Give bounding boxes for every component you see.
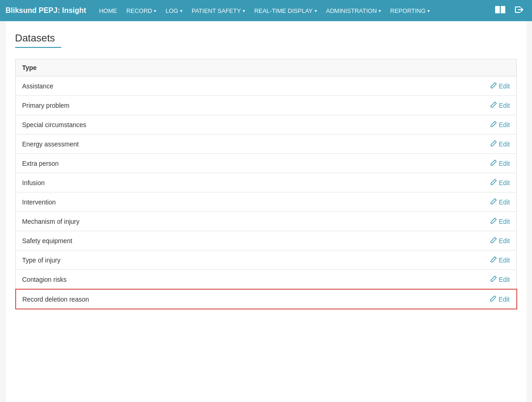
dataset-type-cell: Mechanism of injury: [16, 212, 480, 231]
language-icon[interactable]: [492, 4, 508, 17]
edit-icon: [491, 82, 497, 90]
edit-icon: [491, 159, 497, 167]
edit-cell: Edit: [480, 154, 517, 173]
edit-label: Edit: [499, 179, 510, 186]
edit-cell: Edit: [480, 76, 517, 96]
dataset-type-cell: Assistance: [16, 76, 480, 96]
nav-patient-safety[interactable]: PATIENT SAFETY ▾: [187, 0, 250, 21]
edit-cell: Edit: [480, 192, 517, 212]
nav-reporting[interactable]: REPORTING ▾: [386, 0, 434, 21]
datasets-table: Type Assistance EditPrimary problem Edit…: [15, 59, 517, 309]
svg-rect-0: [495, 6, 500, 13]
edit-icon: [491, 179, 497, 186]
edit-label: Edit: [499, 218, 510, 225]
edit-icon: [491, 121, 497, 128]
edit-cell: Edit: [480, 251, 517, 270]
table-row: Type of injury Edit: [16, 251, 517, 270]
dataset-type-cell: Intervention: [16, 192, 480, 212]
table-row: Mechanism of injury Edit: [16, 212, 517, 231]
app-brand: Bliksund PEPJ: Insight: [6, 6, 86, 15]
top-navigation: Bliksund PEPJ: Insight HOME RECORD ▾ LOG…: [0, 0, 532, 21]
edit-label: Edit: [498, 296, 509, 303]
dataset-type-cell: Extra person: [16, 154, 480, 173]
table-row: Intervention Edit: [16, 192, 517, 212]
edit-button[interactable]: Edit: [491, 179, 510, 186]
chevron-down-icon: ▾: [427, 8, 430, 13]
chevron-down-icon: ▾: [243, 8, 245, 13]
chevron-down-icon: ▾: [379, 8, 381, 13]
dataset-type-cell: Type of injury: [16, 251, 480, 270]
chevron-down-icon: ▾: [180, 8, 182, 13]
edit-button[interactable]: Edit: [491, 159, 510, 167]
edit-cell: Edit: [480, 134, 517, 154]
nav-record[interactable]: RECORD ▾: [122, 0, 161, 21]
table-header-actions: [480, 59, 517, 76]
dataset-type-cell: Infusion: [16, 173, 480, 192]
nav-realtime-display[interactable]: REAL-TIME DISPLAY ▾: [250, 0, 322, 21]
dataset-type-cell: Contagion risks: [16, 270, 480, 290]
chevron-down-icon: ▾: [154, 8, 156, 13]
edit-label: Edit: [499, 121, 510, 128]
edit-button[interactable]: Edit: [491, 256, 510, 264]
edit-button[interactable]: Edit: [491, 82, 510, 90]
table-header-type: Type: [16, 59, 480, 76]
nav-log[interactable]: LOG ▾: [161, 0, 187, 21]
edit-label: Edit: [499, 140, 510, 148]
table-row: Safety equipment Edit: [16, 231, 517, 251]
edit-icon: [491, 140, 497, 148]
page-title: Datasets: [15, 32, 61, 48]
table-row: Primary problem Edit: [16, 96, 517, 115]
edit-icon: [491, 101, 497, 109]
edit-icon: [491, 217, 497, 225]
edit-icon: [491, 275, 497, 283]
edit-button[interactable]: Edit: [491, 275, 510, 283]
edit-label: Edit: [499, 237, 510, 245]
edit-button[interactable]: Edit: [491, 217, 510, 225]
edit-button[interactable]: Edit: [491, 237, 510, 245]
table-row: Special circumstances Edit: [16, 115, 517, 134]
edit-cell: Edit: [480, 231, 517, 251]
edit-label: Edit: [499, 102, 510, 109]
edit-cell: Edit: [480, 173, 517, 192]
edit-icon: [491, 237, 497, 245]
edit-button[interactable]: Edit: [490, 295, 509, 303]
edit-icon: [490, 295, 497, 303]
dataset-type-cell: Primary problem: [16, 96, 480, 115]
table-row: Energy assessment Edit: [16, 134, 517, 154]
dataset-type-cell: Record deletion reason: [16, 289, 480, 309]
edit-label: Edit: [499, 276, 510, 283]
edit-label: Edit: [499, 256, 510, 264]
edit-button[interactable]: Edit: [491, 121, 510, 128]
edit-button[interactable]: Edit: [491, 140, 510, 148]
nav-home[interactable]: HOME: [94, 0, 122, 21]
chevron-down-icon: ▾: [315, 8, 317, 13]
logout-icon[interactable]: [512, 4, 526, 18]
table-row: Infusion Edit: [16, 173, 517, 192]
edit-icon: [491, 198, 497, 206]
table-row: Assistance Edit: [16, 76, 517, 96]
table-row: Contagion risks Edit: [16, 270, 517, 290]
edit-button[interactable]: Edit: [491, 101, 510, 109]
nav-right-actions: [492, 4, 526, 18]
dataset-type-cell: Safety equipment: [16, 231, 480, 251]
dataset-type-cell: Special circumstances: [16, 115, 480, 134]
svg-rect-1: [501, 6, 505, 13]
edit-button[interactable]: Edit: [491, 198, 510, 206]
edit-cell: Edit: [480, 289, 517, 309]
edit-cell: Edit: [480, 212, 517, 231]
edit-label: Edit: [499, 160, 510, 167]
edit-icon: [491, 256, 497, 264]
page-container: Datasets Type Assistance EditPrimary pro…: [6, 21, 526, 402]
edit-label: Edit: [499, 82, 510, 90]
edit-label: Edit: [499, 198, 510, 206]
edit-cell: Edit: [480, 96, 517, 115]
table-row: Extra person Edit: [16, 154, 517, 173]
table-row: Record deletion reason Edit: [16, 289, 517, 309]
nav-administration[interactable]: ADMINISTRATION ▾: [322, 0, 386, 21]
dataset-type-cell: Energy assessment: [16, 134, 480, 154]
edit-cell: Edit: [480, 115, 517, 134]
edit-cell: Edit: [480, 270, 517, 290]
